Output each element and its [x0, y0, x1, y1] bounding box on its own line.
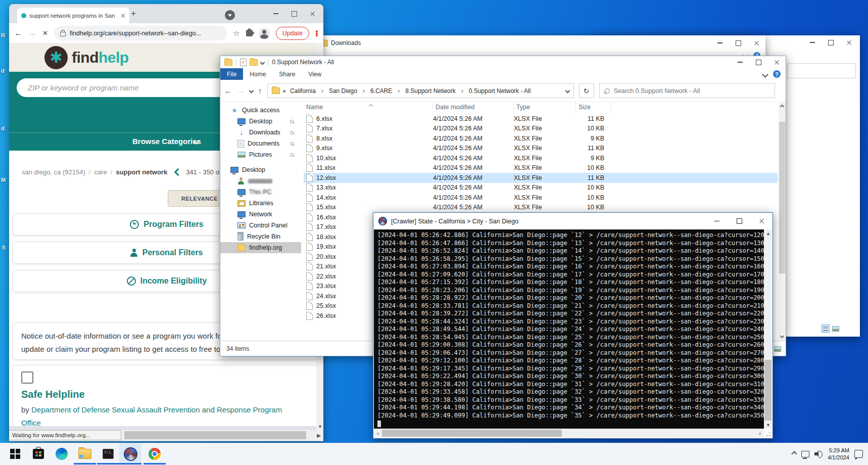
ribbon-tab-share[interactable]: Share — [272, 68, 302, 80]
findhelp-logo-icon[interactable]: ✱ — [44, 46, 68, 69]
desktop-icon-label-fragment[interactable]: fi — [2, 245, 6, 251]
chrome-update-button[interactable]: Update — [276, 27, 309, 40]
sidebar-item-blurred[interactable] — [220, 175, 301, 187]
taskbar-cmd-button[interactable]: C:\_ — [97, 443, 119, 464]
file-row[interactable]: 6.xlsx4/1/2024 5:26 AMXLSX File11 KB — [304, 114, 778, 124]
program-checkbox[interactable] — [21, 371, 33, 384]
large-icons-view-button[interactable] — [774, 345, 782, 353]
column-header-date-modified[interactable]: Date modified — [433, 102, 514, 112]
program-org-link[interactable]: Department of Defense Sexual Assault Pre… — [21, 405, 282, 426]
sidebar-item-pictures[interactable]: Pictures — [220, 149, 301, 160]
minimize-button[interactable] — [711, 35, 729, 51]
file-row[interactable]: 13.xlsx4/1/2024 5:26 AMXLSX File10 KB — [304, 183, 778, 193]
sidebar-item-quick-access[interactable]: ★Quick access — [220, 105, 301, 116]
sidebar-item-recycle-bin[interactable]: Recycle Bin — [220, 231, 301, 242]
forward-icon[interactable]: → — [237, 86, 245, 95]
sidebar-item-network[interactable]: Network — [220, 209, 301, 220]
maximize-button[interactable] — [729, 35, 747, 51]
minimize-button[interactable] — [731, 56, 749, 68]
scroll-left-icon[interactable]: ‹ — [374, 430, 382, 436]
resize-grip[interactable] — [765, 431, 771, 437]
start-button[interactable] — [4, 443, 26, 464]
breadcrumb-segment[interactable]: 6.CARE — [370, 87, 392, 95]
breadcrumb-segment[interactable]: 8.Support Network — [405, 87, 455, 95]
search-box[interactable] — [787, 63, 856, 78]
explorer-search-box[interactable]: Search 0.Support Network - All — [599, 83, 775, 98]
breadcrumb-segment[interactable]: support network — [116, 168, 167, 176]
explorer-title-bar[interactable]: | ✓ | 0.Support Network - All — [220, 56, 786, 68]
previous-page-icon[interactable] — [174, 168, 182, 176]
sidebar-item-desktop[interactable]: Desktop — [220, 116, 301, 127]
close-button[interactable] — [750, 213, 773, 229]
properties-icon[interactable]: ✓ — [240, 59, 247, 66]
close-button[interactable] — [767, 56, 786, 68]
new-tab-button[interactable]: + — [129, 10, 137, 18]
breadcrumb-segment[interactable]: san diego, ca (92154) — [22, 168, 85, 176]
sidebar-item-downloads[interactable]: ↓Downloads — [220, 127, 301, 138]
column-header-name[interactable]: Name — [304, 102, 433, 112]
back-icon[interactable]: ← — [14, 29, 22, 38]
close-button[interactable] — [747, 35, 765, 51]
file-list-scrollbar[interactable] — [779, 102, 786, 341]
address-breadcrumb-bar[interactable]: «California›San Diego›6.CARE›8.Support N… — [267, 83, 574, 98]
minimize-button[interactable] — [267, 4, 285, 23]
maximize-button[interactable] — [749, 56, 767, 68]
ribbon-tab-file[interactable]: File — [220, 68, 243, 80]
maximize-button[interactable] — [728, 213, 750, 229]
taskbar-store-button[interactable] — [27, 443, 50, 464]
scroll-down-icon[interactable] — [781, 332, 784, 339]
file-row[interactable]: 8.xlsx4/1/2024 5:26 AMXLSX File9 KB — [304, 133, 778, 144]
scroll-down-icon[interactable]: ▼ — [318, 424, 322, 429]
file-row[interactable]: 12.xlsx4/1/2024 5:26 AMXLSX File11 KB — [304, 173, 778, 183]
scrollbar-thumb[interactable] — [779, 122, 785, 273]
console-horizontal-scrollbar[interactable]: ‹ › — [374, 429, 764, 438]
address-bar[interactable]: findhelp.org/care/support-network--san-d… — [54, 26, 227, 40]
volume-icon[interactable] — [814, 450, 823, 457]
desktop-icon-label-fragment[interactable]: d — [1, 125, 5, 131]
up-icon[interactable]: ↑ — [258, 86, 262, 95]
horizontal-scrollbar[interactable] — [121, 430, 314, 440]
findhelp-logo-text[interactable]: findhelp — [72, 49, 129, 66]
chevron-down-icon[interactable] — [565, 88, 570, 94]
column-header-size[interactable]: Size — [576, 102, 611, 112]
file-row[interactable]: 15.xlsx4/1/2024 5:26 AMXLSX File10 KB — [304, 203, 778, 213]
scroll-down-icon[interactable]: ▼ — [766, 423, 770, 428]
ribbon-tab-home[interactable]: Home — [243, 68, 272, 80]
taskbar-clock[interactable]: 5:29 AM 4/1/2024 — [828, 447, 849, 461]
recent-locations-icon[interactable] — [249, 88, 254, 94]
browse-categories-label[interactable]: Browse Categories — [132, 137, 201, 146]
scrollbar-thumb[interactable] — [124, 431, 306, 439]
scrollbar-thumb[interactable] — [764, 360, 771, 421]
maximize-button[interactable] — [285, 4, 303, 23]
breadcrumb-segment[interactable]: San Diego — [329, 87, 357, 95]
new-folder-icon[interactable] — [250, 59, 258, 66]
scrollbar-thumb[interactable] — [382, 430, 562, 437]
breadcrumb-segment[interactable]: care — [94, 168, 107, 176]
zip-keyword-search-input[interactable]: ZIP or keyword or program name — [17, 78, 240, 97]
breadcrumb-segment[interactable]: California — [290, 87, 316, 95]
sidebar-item-findhelp-org[interactable]: findhelp.org — [220, 242, 301, 253]
network-icon[interactable] — [801, 451, 809, 457]
sidebar-item-this-pc[interactable]: This PC — [220, 187, 301, 198]
quick-access-toolbar-dropdown-icon[interactable] — [260, 60, 265, 65]
sidebar-item-libraries[interactable]: Libraries — [220, 198, 301, 209]
taskbar-explorer-button[interactable] — [74, 443, 96, 464]
downloads-title-bar[interactable]: Downloads — [316, 35, 765, 51]
close-button[interactable] — [840, 35, 858, 50]
sidebar-item-control-panel[interactable]: Control Panel — [220, 220, 301, 231]
file-row[interactable]: 10.xlsx4/1/2024 5:26 AMXLSX File9 KB — [304, 153, 778, 163]
file-row[interactable]: 9.xlsx4/1/2024 5:26 AMXLSX File11 KB — [304, 144, 778, 154]
desktop-icon-label-fragment[interactable]: d — [1, 68, 5, 74]
maximize-button[interactable] — [822, 35, 840, 50]
console-vertical-scrollbar[interactable]: ▲ ▼ — [764, 229, 772, 429]
scroll-right-icon[interactable]: ▶ — [314, 430, 323, 440]
taskbar-chrome-button[interactable] — [143, 443, 166, 464]
browser-update-indicator-icon[interactable] — [225, 10, 235, 20]
desktop-icon-label-fragment[interactable]: R — [1, 32, 5, 38]
file-row[interactable]: 14.xlsx4/1/2024 5:26 AMXLSX File10 KB — [304, 193, 778, 203]
forward-icon[interactable]: → — [28, 29, 36, 38]
breadcrumb-segment[interactable]: 0.Support Network - All — [469, 87, 531, 95]
browser-tab[interactable]: support network programs in San — [17, 8, 129, 23]
details-view-button[interactable] — [822, 324, 830, 333]
minimize-button[interactable] — [706, 213, 728, 229]
